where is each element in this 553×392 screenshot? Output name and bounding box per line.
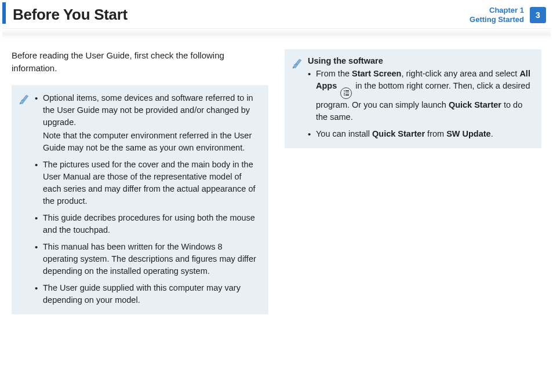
- page-header: Before You Start Chapter 1 Getting Start…: [2, 2, 551, 24]
- list-item: The pictures used for the cover and the …: [35, 159, 259, 207]
- note-body-left: Optional items, some devices and softwar…: [35, 92, 259, 306]
- note-icon: [19, 93, 30, 105]
- chapter-label: Chapter 1 Getting Started: [470, 6, 524, 24]
- note-icon: [292, 57, 303, 69]
- note-body-right: Using the software From the Start Screen…: [308, 56, 532, 140]
- list-item: You can install Quick Starter from SW Up…: [308, 128, 532, 140]
- text-run: from: [425, 129, 446, 138]
- text-run: From the: [316, 69, 352, 78]
- chapter-line-1: Chapter 1: [470, 6, 524, 15]
- content-columns: Before reading the User Guide, first che…: [0, 39, 553, 314]
- chapter-line-2: Getting Started: [470, 15, 524, 24]
- text-bold: Start Screen: [352, 69, 401, 78]
- chapter-block: Chapter 1 Getting Started 3: [470, 6, 551, 24]
- bullet-text: Optional items, some devices and softwar…: [43, 93, 253, 127]
- list-item: Optional items, some devices and softwar…: [35, 92, 259, 154]
- bullet-subtext: Note that the computer environment refer…: [43, 130, 259, 154]
- right-bullet-list: From the Start Screen, right-click any a…: [308, 68, 532, 140]
- text-run: .: [491, 129, 493, 138]
- list-item: From the Start Screen, right-click any a…: [308, 68, 532, 123]
- list-item: The User guide supplied with this comput…: [35, 282, 259, 306]
- list-item: This manual has been written for the Win…: [35, 241, 259, 277]
- note-heading: Using the software: [308, 56, 532, 65]
- note-box-left: Optional items, some devices and softwar…: [12, 85, 268, 314]
- right-column: Using the software From the Start Screen…: [285, 49, 541, 314]
- text-bold: Quick Starter: [372, 129, 425, 138]
- text-run: , right-click any area and select: [401, 69, 519, 78]
- text-run: You can install: [316, 129, 372, 138]
- page-number-badge: 3: [530, 7, 546, 23]
- all-apps-icon: [340, 87, 352, 99]
- text-bold: SW Update: [446, 129, 491, 138]
- text-bold: Quick Starter: [449, 100, 501, 109]
- intro-text: Before reading the User Guide, first che…: [12, 49, 268, 75]
- header-divider: [2, 28, 551, 39]
- note-box-right: Using the software From the Start Screen…: [285, 49, 541, 148]
- page-title: Before You Start: [13, 6, 128, 24]
- left-column: Before reading the User Guide, first che…: [12, 49, 268, 314]
- left-bullet-list: Optional items, some devices and softwar…: [35, 92, 259, 306]
- list-item: This guide decribes procedures for using…: [35, 212, 259, 236]
